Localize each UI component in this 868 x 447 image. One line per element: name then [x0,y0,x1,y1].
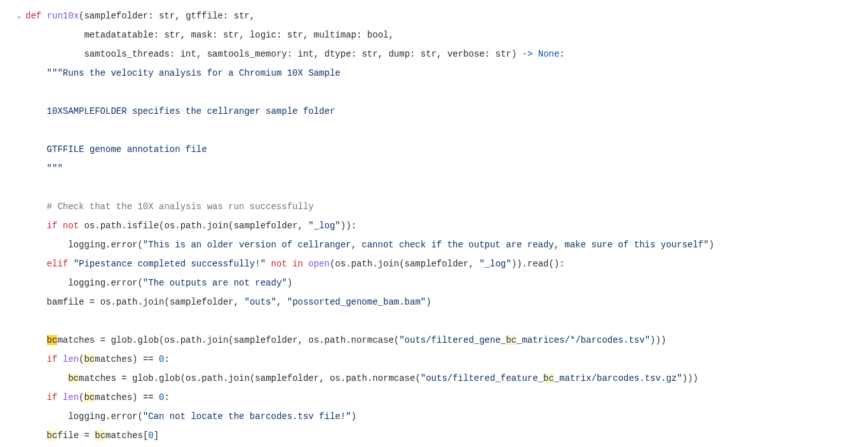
keyword-if: if [47,392,58,402]
type: str [496,49,512,59]
var: matches [95,354,132,364]
call: os.path.normcase [308,335,393,345]
highlighted-match: bc [47,430,58,441]
call: .read() [522,259,559,269]
string: "outs/filtered_feature_ [421,373,543,383]
param: verbose [447,49,485,59]
var: matches [57,335,95,345]
var: samplefolder [405,259,469,269]
highlighted-match: bc [68,373,79,383]
call: glob.glob [132,373,180,383]
call: glob.glob [111,335,159,345]
keyword-not: not [63,221,79,231]
call: logging.error [68,278,137,288]
call: len [63,354,79,364]
keyword-elif: elif [47,259,69,269]
call: os.path.join [164,221,228,231]
var: samplefolder [234,335,298,345]
var: samplefolder [234,221,298,231]
op: = [95,335,111,345]
call: logging.error [68,411,137,422]
docstring-close: """ [47,163,63,174]
docstring-line: GTFFILE genome annotation file [47,144,207,155]
highlighted-match: bc [543,373,554,383]
var: matches [105,430,143,441]
num: 0 [148,430,153,441]
string: "outs" [245,297,276,307]
call: logging.error [68,240,137,250]
string: "Can not locate the barcodes.tsv file!" [143,411,351,422]
highlighted-match-active: bc [47,335,58,345]
docstring-close [25,163,47,174]
string: _matrices/*/barcodes.tsv" [517,335,650,345]
docstring-line [25,106,47,116]
type: bool [367,30,389,40]
op: = [79,430,95,441]
op: == [137,354,159,364]
param: samtools_threads [84,49,169,59]
param: multimap [314,30,356,40]
type: str [164,30,180,40]
collapse-toggle-icon[interactable]: ⌄ [13,6,25,25]
param: dump [388,49,410,59]
keyword-not-in: not in [271,259,302,269]
call: os.path.join [164,335,228,345]
highlighted-match: bc [84,354,95,364]
arrow: -> [522,49,533,59]
type: str [287,30,303,40]
code-block: def run10x(samplefolder: str, gtffile: s… [25,6,855,445]
highlighted-match: bc [84,392,95,402]
var: file [57,430,79,441]
comment: # Check that the 10X analysis was run su… [47,202,314,212]
call: len [63,392,79,402]
num: 0 [159,392,164,402]
call: os.path.join [186,373,250,383]
op: == [137,392,159,402]
call: os.path.normcase [330,373,415,383]
keyword-if: if [47,354,58,364]
docstring-line: 10XSAMPLEFOLDER specifies the cellranger… [47,106,336,116]
string: "possorted_genome_bam.bam" [287,297,426,307]
call: os.path.isfile [84,221,159,231]
function-name: run10x [47,11,79,21]
string: "outs/filtered_gene_ [399,335,506,345]
string: "This is an older version of cellranger,… [143,240,709,250]
docstring-line [25,144,47,155]
type: int [298,49,314,59]
var: matches [95,392,132,402]
return-type: None [538,49,560,59]
param: metadatatable [84,30,153,40]
string: "Pipestance completed successfully!" [74,259,266,269]
type: str [223,30,239,40]
var: bamfile [47,297,85,307]
param: mask [191,30,212,40]
param: logic [250,30,276,40]
keyword-def: def [25,11,41,21]
keyword-if: if [47,221,58,231]
param: samplefolder [84,11,148,21]
string: "_log" [308,221,340,231]
type: int [180,49,196,59]
string: "_log" [479,259,511,269]
op: = [116,373,132,383]
call: open [308,259,330,269]
call: os.path.join [335,259,399,269]
type: str [421,49,437,59]
param: dtype [325,49,351,59]
param: gtffile [186,11,223,21]
num: 0 [159,354,164,364]
op: = [84,297,100,307]
var: matches [79,373,116,383]
string: "The outputs are not ready" [143,278,287,288]
type: str [234,11,250,21]
docstring-line: Runs the velocity analysis for a Chromiu… [63,68,341,78]
var: samplefolder [255,373,319,383]
type: str [362,49,377,59]
type: str [159,11,175,21]
highlighted-match: bc [506,335,517,345]
param: samtools_memory [207,49,287,59]
highlighted-match: bc [95,430,105,441]
string: _matrix/barcodes.tsv.gz" [554,373,682,383]
call: os.path.join [100,297,165,307]
var: samplefolder [170,297,234,307]
